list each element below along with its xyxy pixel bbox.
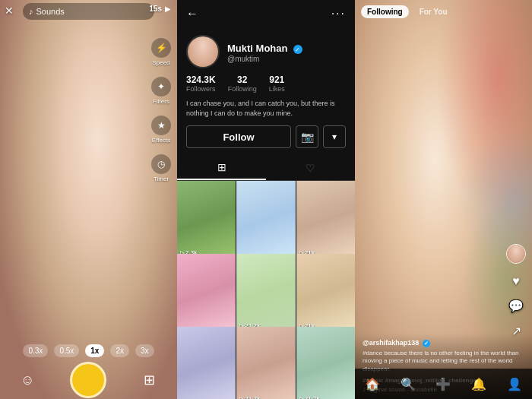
capture-inner bbox=[74, 366, 102, 394]
creator-handle: @arshifakhap138 ✓ bbox=[363, 339, 524, 347]
tab-grid[interactable]: ⊞ bbox=[177, 156, 266, 180]
effects-option[interactable]: ★ Effects bbox=[151, 116, 171, 144]
zoom-3x[interactable]: 3x bbox=[135, 344, 154, 357]
filters-option[interactable]: ✦ Filters bbox=[151, 77, 171, 105]
video-thumb-4[interactable] bbox=[177, 254, 236, 332]
video-thumb-1[interactable]: ▷2.3k bbox=[177, 181, 236, 259]
capture-button[interactable] bbox=[70, 362, 106, 398]
thumb-image-7 bbox=[177, 327, 236, 399]
avatar bbox=[186, 35, 220, 68]
back-button[interactable]: ← bbox=[186, 7, 198, 21]
thumb-image-3 bbox=[296, 181, 355, 259]
profile-actions: Follow 📷 ▾ bbox=[186, 125, 346, 148]
video-thumb-8[interactable]: ▷21.2k bbox=[236, 327, 295, 399]
music-icon: ♪ bbox=[29, 7, 33, 16]
avatar-image bbox=[188, 36, 218, 67]
like-icon[interactable]: ♥ bbox=[512, 274, 520, 288]
profile-panel: ← ··· Mukti Mohan ✓ @muktim 324.3K Follo… bbox=[177, 0, 355, 399]
nav-home[interactable]: 🏠 bbox=[365, 377, 380, 391]
emoji-icon[interactable]: ☺ bbox=[15, 368, 40, 392]
nav-profile[interactable]: 👤 bbox=[507, 377, 522, 391]
sounds-label: Sounds bbox=[36, 7, 65, 16]
feed-sidebar-icons: ♥ 💬 ↗ bbox=[506, 244, 526, 338]
feed-tabs: Following For You bbox=[355, 0, 532, 23]
followers-label: Followers bbox=[186, 85, 216, 93]
timer-label: Timer bbox=[154, 176, 169, 182]
profile-top-nav: ← ··· bbox=[177, 0, 355, 27]
followers-stat: 324.3K Followers bbox=[186, 74, 216, 93]
likes-stat: 921 Likes bbox=[269, 74, 285, 93]
speed-option[interactable]: ⚡ Speed bbox=[151, 38, 171, 66]
zoom-03x[interactable]: 0.3x bbox=[23, 344, 48, 357]
profile-info: Mukti Mohan ✓ @muktim 324.3K Followers 3… bbox=[177, 27, 355, 156]
thumb-image-4 bbox=[177, 254, 236, 332]
zoom-05x[interactable]: 0.5x bbox=[54, 344, 79, 357]
camera-panel: ✕ ♪ Sounds 15s ▶ ⚡ Speed ✦ Filters ★ Eff… bbox=[0, 0, 177, 399]
gallery-icon[interactable]: ⊞ bbox=[138, 368, 162, 392]
likes-value: 921 bbox=[269, 74, 284, 85]
followers-value: 324.3K bbox=[186, 74, 216, 85]
thumb-image-8 bbox=[236, 327, 295, 399]
filters-label: Filters bbox=[153, 98, 169, 105]
thumb-image-5 bbox=[236, 254, 295, 332]
tab-following[interactable]: Following bbox=[361, 5, 409, 18]
grid-icon: ⊞ bbox=[217, 161, 226, 173]
tab-for-you[interactable]: For You bbox=[413, 5, 454, 18]
effects-label: Effects bbox=[152, 137, 170, 144]
view-count-9: ▷21.2k bbox=[299, 395, 320, 399]
creator-verified-badge: ✓ bbox=[423, 340, 430, 347]
zoom-1x[interactable]: 1x bbox=[85, 344, 104, 357]
zoom-controls: 0.3x 0.5x 1x 2x 3x bbox=[0, 344, 177, 357]
bottom-navigation: 🏠 🔍 ➕ 🔔 👤 bbox=[355, 369, 532, 399]
nav-add[interactable]: ➕ bbox=[435, 377, 451, 391]
following-value: 32 bbox=[237, 74, 247, 85]
creator-avatar[interactable] bbox=[506, 244, 526, 264]
following-stat: 32 Following bbox=[228, 74, 257, 93]
close-icon[interactable]: ✕ bbox=[5, 5, 14, 17]
thumb-image-9 bbox=[296, 327, 355, 399]
video-thumb-5[interactable]: ▷21.2k bbox=[236, 254, 295, 332]
video-thumb-6[interactable]: ▷21k bbox=[296, 254, 355, 332]
video-thumb-9[interactable]: ▷21.2k bbox=[296, 327, 355, 399]
profile-stats: 324.3K Followers 32 Following 921 Likes bbox=[186, 74, 346, 93]
profile-bio: I can chase you, and I can catch you, bu… bbox=[186, 99, 346, 118]
timer-option[interactable]: ◷ Timer bbox=[151, 154, 171, 182]
verified-badge: ✓ bbox=[293, 45, 302, 54]
video-thumb-2[interactable] bbox=[236, 181, 295, 259]
timer-display: 15s bbox=[149, 5, 162, 13]
speed-label: Speed bbox=[152, 59, 169, 66]
heart-icon: ♡ bbox=[306, 162, 315, 174]
camera-right-icons: ⚡ Speed ✦ Filters ★ Effects ◷ Timer bbox=[151, 38, 171, 182]
feed-panel: Following For You ♥ 💬 ↗ @arshifakhap138 … bbox=[355, 0, 532, 399]
video-thumb-3[interactable]: ▷21k bbox=[296, 181, 355, 259]
comment-icon[interactable]: 💬 bbox=[508, 299, 524, 313]
thumb-image-1 bbox=[177, 181, 236, 259]
profile-handle: @muktim bbox=[227, 55, 346, 63]
profile-name: Mukti Mohan ✓ bbox=[227, 41, 346, 55]
play-icon: ▶ bbox=[165, 5, 171, 13]
instagram-icon: 📷 bbox=[301, 131, 314, 143]
following-label: Following bbox=[228, 85, 257, 93]
video-thumb-7[interactable] bbox=[177, 327, 236, 399]
more-options-button[interactable]: ··· bbox=[331, 7, 346, 21]
sounds-bar[interactable]: ♪ Sounds bbox=[23, 3, 154, 20]
likes-label: Likes bbox=[269, 85, 285, 93]
content-tabs: ⊞ ♡ bbox=[177, 156, 355, 181]
tab-liked[interactable]: ♡ bbox=[266, 156, 355, 180]
follow-button[interactable]: Follow bbox=[186, 125, 291, 148]
video-grid: ▷2.3k ▷21k ▷21.2k ▷21k ▷21.2k ▷21. bbox=[177, 181, 355, 399]
profile-name-area: Mukti Mohan ✓ @muktim bbox=[227, 41, 346, 63]
chevron-down-icon: ▾ bbox=[332, 131, 337, 142]
thumb-image-2 bbox=[236, 181, 295, 259]
creator-avatar-img bbox=[507, 245, 525, 263]
nav-notifications[interactable]: 🔔 bbox=[471, 377, 486, 391]
profile-header: Mukti Mohan ✓ @muktim bbox=[186, 35, 346, 68]
camera-bottom-toolbar: ☺ ⊞ bbox=[0, 361, 177, 399]
instagram-button[interactable]: 📷 bbox=[296, 125, 318, 148]
zoom-2x[interactable]: 2x bbox=[110, 344, 129, 357]
nav-search[interactable]: 🔍 bbox=[401, 377, 416, 391]
dropdown-button[interactable]: ▾ bbox=[323, 125, 346, 148]
thumb-image-6 bbox=[296, 254, 355, 332]
view-count-8: ▷21.2k bbox=[239, 395, 260, 399]
